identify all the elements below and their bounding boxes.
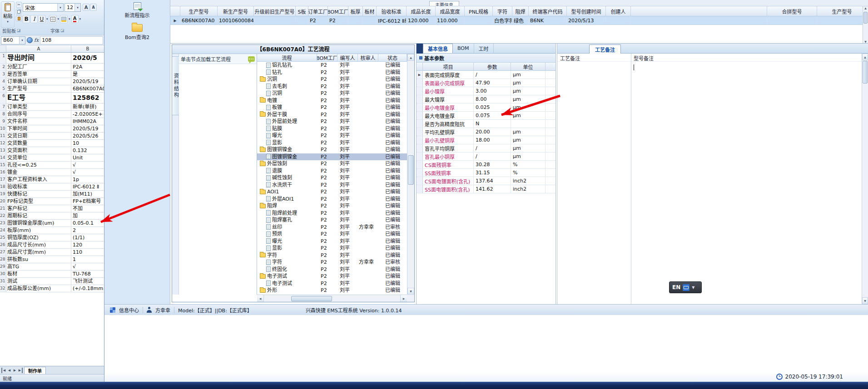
process-tree-row[interactable]: 曝光 P2 刘平 已编辑: [257, 238, 407, 245]
process-tree-row[interactable]: 水洗烘干 P2 刘平 已编辑: [257, 182, 407, 189]
scroll-up-icon[interactable]: ▲: [862, 54, 868, 60]
grid-column-header[interactable]: BOM工厂: [328, 6, 348, 16]
copy-button[interactable]: [16, 9, 22, 15]
scroll-down-icon[interactable]: ▼: [407, 288, 414, 295]
cell-label[interactable]: 下单时间: [6, 125, 71, 133]
param-row[interactable]: SS面电镀面积(含孔) 141.62 inch2: [417, 185, 556, 193]
worksheet-row[interactable]: 19 快捷标记 加(M11): [0, 191, 104, 198]
cell-label[interactable]: 拼板数su: [6, 256, 71, 263]
cell-value[interactable]: TU-768: [71, 271, 104, 278]
grid-column-header[interactable]: PNL规格: [465, 6, 493, 16]
row-number[interactable]: 20: [0, 198, 6, 205]
panel-corner[interactable]: [417, 44, 423, 54]
param-row[interactable]: ▶ 表面完成铜厚度 / μm: [417, 71, 556, 79]
select-all-corner[interactable]: [0, 45, 6, 52]
row-number[interactable]: 6: [0, 93, 6, 103]
chevron-down-icon[interactable]: ▾: [46, 17, 49, 21]
row-number[interactable]: 14: [0, 154, 6, 162]
params-column-header[interactable]: 单位: [511, 63, 546, 70]
grid-column-header[interactable]: 生产型号: [180, 6, 218, 16]
scroll-right-icon[interactable]: ▶: [400, 295, 407, 302]
cell-value[interactable]: 2020/5/19: [71, 78, 104, 85]
process-tree-row[interactable]: 铝孔钻孔 P2 刘平 已编辑: [257, 62, 407, 69]
cut-button[interactable]: ✂: [16, 2, 22, 8]
scroll-up-icon[interactable]: ▲: [864, 6, 867, 10]
cell-value[interactable]: 2020/5/19: [71, 125, 104, 133]
cell-value[interactable]: Unit: [71, 154, 104, 162]
cell-label[interactable]: 交货数量: [6, 140, 71, 147]
worksheet-row[interactable]: 31 测试 飞针测试: [0, 278, 104, 285]
row-number[interactable]: 17: [0, 176, 6, 183]
tab-process-notes[interactable]: 工艺备注: [589, 44, 621, 54]
process-tree-row[interactable]: 图镀铜镍金 P2 刘平 已编辑: [257, 153, 407, 161]
lang-menu-arrow-icon[interactable]: ▼: [692, 286, 694, 290]
param-value[interactable]: 47.90: [474, 79, 511, 87]
model-grid-row[interactable]: ▶ 6B6NK007A010010600084152P2P2IPC-6012 Ⅱ…: [170, 16, 868, 25]
scrollbar-thumb[interactable]: [408, 155, 414, 185]
cell-label[interactable]: 验收标准: [6, 183, 71, 191]
chevron-down-icon[interactable]: ▾: [79, 17, 82, 21]
windows-taskbar[interactable]: [0, 382, 868, 389]
insert-function-icon[interactable]: [27, 37, 33, 43]
tab-data-structure[interactable]: 资料结构: [172, 56, 179, 115]
worksheet-row[interactable]: 16 镀金 √: [0, 169, 104, 176]
keyboard-icon[interactable]: [683, 284, 689, 291]
cell-value[interactable]: 120: [71, 241, 104, 249]
tree-column-header[interactable]: 核审人: [358, 54, 378, 61]
worksheet-row[interactable]: 18 验收标准 IPC-6012 Ⅱ: [0, 183, 104, 191]
worksheet-row[interactable]: 27 成品尺寸宽(mm) 110: [0, 249, 104, 256]
process-tree-row[interactable]: 预烘 P2 刘平 已编辑: [257, 231, 407, 238]
process-tree-row[interactable]: 外层干膜 P2 刘平 已编辑: [257, 111, 407, 118]
sheet-tab[interactable]: 制作单: [24, 367, 46, 374]
param-value[interactable]: 18.00: [474, 136, 511, 144]
cell-value[interactable]: 2020/5/26: [71, 133, 104, 140]
cell-value[interactable]: 新单(单拼): [71, 103, 104, 111]
language-label[interactable]: EN: [672, 284, 680, 291]
process-tree-row[interactable]: 沉铜 P2 刘平 已编辑: [257, 76, 407, 83]
cell-value[interactable]: P2A: [71, 64, 104, 71]
row-number[interactable]: 11: [0, 133, 6, 140]
process-tree-row[interactable]: 退膜 P2 刘平 已编辑: [257, 167, 407, 175]
params-column-header[interactable]: 项目: [423, 63, 474, 70]
worksheet-row[interactable]: 29 高TG √: [0, 263, 104, 271]
cell-value[interactable]: 加(M11): [71, 191, 104, 198]
cell-value[interactable]: 10: [71, 140, 104, 147]
cell-label[interactable]: 订单类型: [6, 103, 71, 111]
process-tree-row[interactable]: 阻焊前处理 P2 刘平 已编辑: [257, 210, 407, 217]
cell-label[interactable]: 成品尺寸宽(mm): [6, 249, 71, 256]
grid-column-header[interactable]: 升级前旧生产型号: [254, 6, 296, 16]
font-name-select[interactable]: 宋体 ▾: [23, 3, 64, 12]
cell-label[interactable]: 导出时间: [6, 53, 71, 64]
grid-column-header[interactable]: 阻焊: [512, 6, 529, 16]
process-tree-row[interactable]: 碱性蚀刻 P2 刘平 已编辑: [257, 174, 407, 182]
row-number[interactable]: 23: [0, 220, 6, 227]
worksheet-row[interactable]: 28 拼板数su 1: [0, 256, 104, 263]
prev-sheet-icon[interactable]: ◀: [7, 368, 12, 373]
process-tree-row[interactable]: 显影 P2 刘平 已编辑: [257, 245, 407, 252]
param-row[interactable]: 最小镍厚 3.00 μm: [417, 87, 556, 95]
scrollbar-thumb[interactable]: [863, 61, 868, 84]
grid-column-header[interactable]: 生产型号: [817, 6, 867, 16]
grid-column-header[interactable]: 验收标准: [377, 6, 407, 16]
row-number[interactable]: 27: [0, 249, 6, 256]
worksheet-row[interactable]: 1 导出时间 2020/5: [0, 53, 104, 64]
cell-label[interactable]: 交货日期: [6, 133, 71, 140]
param-value[interactable]: /: [474, 144, 511, 152]
grid-column-header[interactable]: 板厚: [348, 6, 363, 16]
cell-value[interactable]: IHMM02A: [71, 118, 104, 125]
cell-value[interactable]: √: [71, 162, 104, 169]
worksheet-row[interactable]: 8 合同序号 -2.02005E+: [0, 111, 104, 118]
scrollbar-thumb[interactable]: [291, 296, 332, 301]
tree-horizontal-scrollbar[interactable]: ◀ ▶: [257, 295, 407, 302]
row-number[interactable]: 16: [0, 169, 6, 176]
next-sheet-icon[interactable]: ▶: [12, 368, 17, 373]
row-number[interactable]: 32: [0, 285, 6, 292]
params-column-header[interactable]: 参数: [474, 63, 511, 70]
font-color-button[interactable]: A: [71, 15, 79, 23]
process-tree-row[interactable]: 字符 P2 刘平 方幸幸 已审核: [257, 259, 407, 266]
tree-vertical-scrollbar[interactable]: ▲ ▼: [407, 54, 414, 295]
cell-label[interactable]: 高TG: [6, 263, 71, 271]
cell-label[interactable]: 交货单位: [6, 154, 71, 162]
chevron-down-icon[interactable]: ▾: [74, 4, 80, 11]
scrollbar-thumb[interactable]: [863, 12, 868, 24]
